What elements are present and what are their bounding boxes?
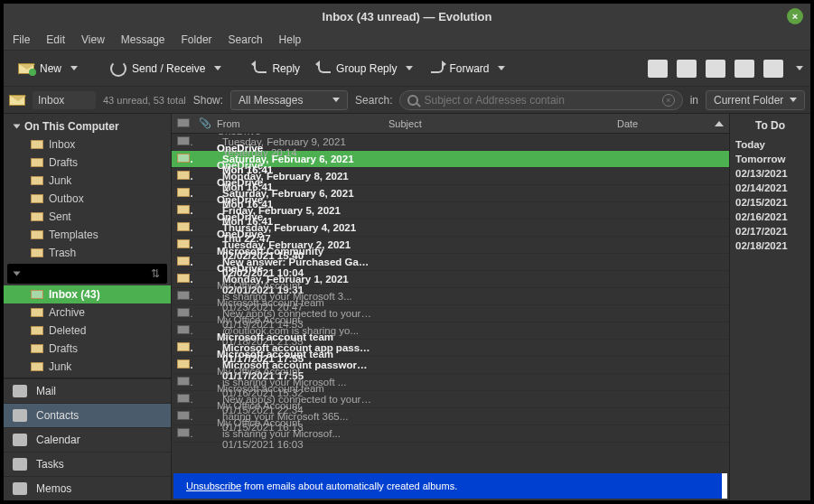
folder-icon [31, 158, 43, 167]
switch-label: Contacts [36, 409, 79, 422]
account-item[interactable]: ⇅ [7, 264, 167, 284]
tree-root[interactable]: On This Computer [4, 117, 171, 135]
switch-memos[interactable]: Memos [4, 476, 171, 500]
calendar-icon [13, 434, 27, 446]
not-junk-icon[interactable] [734, 60, 754, 78]
search-input[interactable]: Subject or Addresses contain × [399, 90, 682, 110]
status-icon [172, 171, 193, 182]
col-subject[interactable]: Subject [383, 116, 612, 132]
todo-item[interactable]: 02/17/2021 [735, 224, 805, 238]
todo-item[interactable]: 02/15/2021 [735, 195, 805, 210]
menu-edit[interactable]: Edit [46, 33, 65, 46]
folder-trash[interactable]: Trash [4, 244, 171, 262]
clear-search-icon[interactable]: × [662, 94, 675, 107]
inbox-icon [9, 95, 25, 106]
reply-all-icon [318, 64, 331, 73]
mark-icon[interactable] [763, 60, 783, 78]
folder-sent[interactable]: Sent [4, 208, 171, 226]
todo-header: To Do [735, 117, 805, 137]
forward-icon [431, 64, 444, 73]
folder-junk[interactable]: Junk [4, 172, 171, 190]
folder-inbox[interactable]: Inbox [4, 135, 171, 154]
sort-ascending-icon [715, 121, 724, 126]
status-icon [172, 188, 193, 199]
folder-drafts[interactable]: Drafts [4, 154, 171, 172]
junk-icon[interactable] [706, 60, 725, 78]
switcher: MailContactsCalendarTasksMemos [4, 378, 171, 500]
status-icon [172, 257, 193, 267]
status-icon [172, 239, 193, 250]
folder-outbox[interactable]: Outbox [4, 190, 171, 208]
col-date-label: Date [617, 118, 638, 129]
chevron-down-icon [70, 66, 78, 70]
folder-deleted[interactable]: Deleted [4, 322, 171, 340]
status-icon [172, 136, 193, 147]
chevron-down-icon[interactable] [796, 66, 803, 70]
folder-icon [31, 248, 43, 257]
folder-drafts[interactable]: Drafts [4, 340, 171, 358]
todo-item[interactable]: 02/14/2021 [735, 181, 805, 195]
close-button[interactable]: × [787, 8, 803, 24]
col-status-icon[interactable] [172, 116, 193, 132]
in-label: in [690, 94, 698, 107]
reply-button[interactable]: Reply [247, 59, 307, 79]
status-icon [172, 274, 193, 285]
todo-item[interactable]: 02/18/2021 [735, 238, 805, 253]
folder-templates[interactable]: Templates [4, 226, 171, 244]
new-button[interactable]: New [11, 59, 85, 79]
banner-text: from emails about automatically created … [241, 481, 457, 491]
message-list[interactable]: OneDrive Tuesday, February 9, 2021Yester… [172, 134, 729, 471]
col-from[interactable]: From [211, 116, 383, 132]
switch-mail[interactable]: Mail [4, 378, 171, 403]
folder-icon [31, 344, 43, 353]
group-reply-button[interactable]: Group Reply [311, 59, 420, 79]
folder-icon [31, 176, 43, 185]
message-row[interactable]: My Office Account is sharing your Micros… [172, 425, 729, 443]
folder-inbox[interactable]: Inbox (43) [4, 285, 171, 303]
status-icon [172, 359, 193, 370]
col-attachment-icon[interactable]: 📎 [193, 115, 211, 132]
forward-button[interactable]: Forward [424, 59, 512, 79]
subject-cell: is sharing your Microsof... [217, 428, 378, 439]
filter-bar: Inbox 43 unread, 53 total Show: All Mess… [4, 87, 810, 114]
window-title: Inbox (43 unread) — Evolution [323, 10, 492, 23]
switch-contacts[interactable]: Contacts [4, 403, 171, 427]
switch-calendar[interactable]: Calendar [4, 427, 171, 452]
send-receive-button[interactable]: Send / Receive [103, 57, 229, 80]
scope-value: Current Folder [714, 94, 783, 107]
menu-folder[interactable]: Folder [182, 33, 212, 46]
menu-help[interactable]: Help [279, 33, 302, 46]
folder-icon [31, 140, 43, 149]
trash-icon[interactable] [677, 60, 697, 78]
memos-icon [13, 482, 27, 495]
todo-item[interactable]: 02/13/2021 [735, 166, 805, 181]
menu-view[interactable]: View [81, 33, 105, 46]
contacts-icon [13, 409, 27, 422]
todo-item[interactable]: 02/16/2021 [735, 210, 805, 224]
status-icon [172, 325, 193, 336]
show-dropdown[interactable]: All Messages [230, 90, 348, 110]
col-date[interactable]: Date [612, 116, 729, 132]
new-mail-icon [18, 63, 34, 74]
menu-search[interactable]: Search [229, 33, 263, 46]
menu-message[interactable]: Message [121, 33, 165, 46]
status-icon [172, 154, 193, 164]
folder-icon [31, 326, 43, 335]
folder-junk[interactable]: Junk [4, 358, 171, 376]
folder-label: Templates [49, 229, 98, 241]
folder-archive[interactable]: Archive [4, 303, 171, 322]
titlebar: Inbox (43 unread) — Evolution × [4, 4, 810, 29]
status-icon [172, 308, 193, 319]
todo-item[interactable]: Tomorrow [735, 152, 805, 166]
scope-dropdown[interactable]: Current Folder [706, 90, 805, 110]
from-cell: My Office Account is sharing your Micros… [211, 417, 383, 450]
forward-label: Forward [449, 62, 489, 75]
print-icon[interactable] [648, 60, 668, 78]
menu-file[interactable]: File [13, 33, 30, 46]
status-icon [172, 428, 193, 439]
folder-label: Trash [49, 247, 76, 259]
status-icon [172, 222, 193, 233]
unsubscribe-link[interactable]: Unsubscribe [186, 481, 241, 491]
switch-tasks[interactable]: Tasks [4, 452, 171, 476]
todo-item[interactable]: Today [735, 137, 805, 152]
